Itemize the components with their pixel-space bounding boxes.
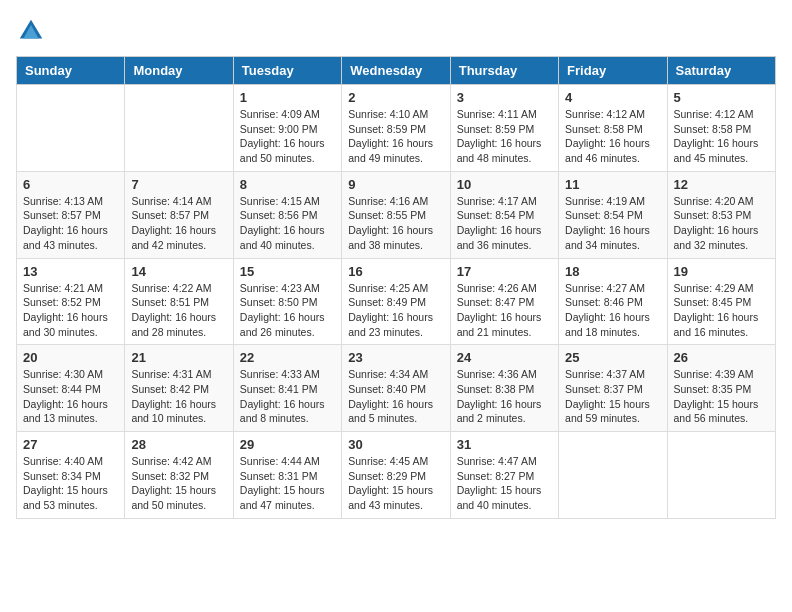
day-number: 18	[565, 264, 660, 279]
day-number: 30	[348, 437, 443, 452]
day-number: 26	[674, 350, 769, 365]
day-info: Sunrise: 4:45 AM Sunset: 8:29 PM Dayligh…	[348, 454, 443, 513]
day-number: 14	[131, 264, 226, 279]
calendar-cell: 4Sunrise: 4:12 AM Sunset: 8:58 PM Daylig…	[559, 85, 667, 172]
calendar-cell: 8Sunrise: 4:15 AM Sunset: 8:56 PM Daylig…	[233, 171, 341, 258]
calendar-cell: 2Sunrise: 4:10 AM Sunset: 8:59 PM Daylig…	[342, 85, 450, 172]
calendar-cell: 23Sunrise: 4:34 AM Sunset: 8:40 PM Dayli…	[342, 345, 450, 432]
day-info: Sunrise: 4:25 AM Sunset: 8:49 PM Dayligh…	[348, 281, 443, 340]
day-number: 10	[457, 177, 552, 192]
day-number: 13	[23, 264, 118, 279]
day-number: 2	[348, 90, 443, 105]
day-number: 21	[131, 350, 226, 365]
day-number: 1	[240, 90, 335, 105]
day-info: Sunrise: 4:13 AM Sunset: 8:57 PM Dayligh…	[23, 194, 118, 253]
calendar-cell	[667, 432, 775, 519]
day-info: Sunrise: 4:23 AM Sunset: 8:50 PM Dayligh…	[240, 281, 335, 340]
day-info: Sunrise: 4:09 AM Sunset: 9:00 PM Dayligh…	[240, 107, 335, 166]
day-info: Sunrise: 4:33 AM Sunset: 8:41 PM Dayligh…	[240, 367, 335, 426]
day-info: Sunrise: 4:12 AM Sunset: 8:58 PM Dayligh…	[674, 107, 769, 166]
day-info: Sunrise: 4:29 AM Sunset: 8:45 PM Dayligh…	[674, 281, 769, 340]
weekday-header-thursday: Thursday	[450, 57, 558, 85]
calendar-cell: 5Sunrise: 4:12 AM Sunset: 8:58 PM Daylig…	[667, 85, 775, 172]
weekday-header-monday: Monday	[125, 57, 233, 85]
day-info: Sunrise: 4:12 AM Sunset: 8:58 PM Dayligh…	[565, 107, 660, 166]
day-number: 5	[674, 90, 769, 105]
day-number: 15	[240, 264, 335, 279]
day-number: 12	[674, 177, 769, 192]
day-info: Sunrise: 4:22 AM Sunset: 8:51 PM Dayligh…	[131, 281, 226, 340]
day-info: Sunrise: 4:19 AM Sunset: 8:54 PM Dayligh…	[565, 194, 660, 253]
calendar-cell	[559, 432, 667, 519]
calendar-cell: 16Sunrise: 4:25 AM Sunset: 8:49 PM Dayli…	[342, 258, 450, 345]
calendar-cell: 11Sunrise: 4:19 AM Sunset: 8:54 PM Dayli…	[559, 171, 667, 258]
day-number: 8	[240, 177, 335, 192]
calendar-cell: 19Sunrise: 4:29 AM Sunset: 8:45 PM Dayli…	[667, 258, 775, 345]
day-number: 9	[348, 177, 443, 192]
day-info: Sunrise: 4:15 AM Sunset: 8:56 PM Dayligh…	[240, 194, 335, 253]
week-row-5: 27Sunrise: 4:40 AM Sunset: 8:34 PM Dayli…	[17, 432, 776, 519]
calendar-cell: 25Sunrise: 4:37 AM Sunset: 8:37 PM Dayli…	[559, 345, 667, 432]
day-info: Sunrise: 4:20 AM Sunset: 8:53 PM Dayligh…	[674, 194, 769, 253]
calendar-cell: 7Sunrise: 4:14 AM Sunset: 8:57 PM Daylig…	[125, 171, 233, 258]
calendar-cell: 18Sunrise: 4:27 AM Sunset: 8:46 PM Dayli…	[559, 258, 667, 345]
calendar-cell: 3Sunrise: 4:11 AM Sunset: 8:59 PM Daylig…	[450, 85, 558, 172]
calendar-cell: 12Sunrise: 4:20 AM Sunset: 8:53 PM Dayli…	[667, 171, 775, 258]
week-row-2: 6Sunrise: 4:13 AM Sunset: 8:57 PM Daylig…	[17, 171, 776, 258]
calendar-cell: 22Sunrise: 4:33 AM Sunset: 8:41 PM Dayli…	[233, 345, 341, 432]
day-info: Sunrise: 4:44 AM Sunset: 8:31 PM Dayligh…	[240, 454, 335, 513]
day-number: 22	[240, 350, 335, 365]
day-info: Sunrise: 4:36 AM Sunset: 8:38 PM Dayligh…	[457, 367, 552, 426]
day-info: Sunrise: 4:37 AM Sunset: 8:37 PM Dayligh…	[565, 367, 660, 426]
weekday-header-row: SundayMondayTuesdayWednesdayThursdayFrid…	[17, 57, 776, 85]
day-number: 4	[565, 90, 660, 105]
day-number: 24	[457, 350, 552, 365]
calendar-cell: 1Sunrise: 4:09 AM Sunset: 9:00 PM Daylig…	[233, 85, 341, 172]
calendar-cell: 29Sunrise: 4:44 AM Sunset: 8:31 PM Dayli…	[233, 432, 341, 519]
calendar-cell: 13Sunrise: 4:21 AM Sunset: 8:52 PM Dayli…	[17, 258, 125, 345]
day-info: Sunrise: 4:31 AM Sunset: 8:42 PM Dayligh…	[131, 367, 226, 426]
calendar-cell: 28Sunrise: 4:42 AM Sunset: 8:32 PM Dayli…	[125, 432, 233, 519]
weekday-header-sunday: Sunday	[17, 57, 125, 85]
day-info: Sunrise: 4:21 AM Sunset: 8:52 PM Dayligh…	[23, 281, 118, 340]
day-info: Sunrise: 4:26 AM Sunset: 8:47 PM Dayligh…	[457, 281, 552, 340]
calendar-cell	[125, 85, 233, 172]
calendar-table: SundayMondayTuesdayWednesdayThursdayFrid…	[16, 56, 776, 519]
day-info: Sunrise: 4:42 AM Sunset: 8:32 PM Dayligh…	[131, 454, 226, 513]
day-info: Sunrise: 4:34 AM Sunset: 8:40 PM Dayligh…	[348, 367, 443, 426]
day-number: 11	[565, 177, 660, 192]
day-info: Sunrise: 4:47 AM Sunset: 8:27 PM Dayligh…	[457, 454, 552, 513]
day-number: 7	[131, 177, 226, 192]
day-info: Sunrise: 4:39 AM Sunset: 8:35 PM Dayligh…	[674, 367, 769, 426]
weekday-header-friday: Friday	[559, 57, 667, 85]
weekday-header-saturday: Saturday	[667, 57, 775, 85]
day-info: Sunrise: 4:10 AM Sunset: 8:59 PM Dayligh…	[348, 107, 443, 166]
day-number: 27	[23, 437, 118, 452]
calendar-cell: 6Sunrise: 4:13 AM Sunset: 8:57 PM Daylig…	[17, 171, 125, 258]
calendar-cell: 17Sunrise: 4:26 AM Sunset: 8:47 PM Dayli…	[450, 258, 558, 345]
day-number: 20	[23, 350, 118, 365]
day-number: 25	[565, 350, 660, 365]
day-number: 6	[23, 177, 118, 192]
day-number: 17	[457, 264, 552, 279]
logo	[16, 16, 50, 46]
day-info: Sunrise: 4:14 AM Sunset: 8:57 PM Dayligh…	[131, 194, 226, 253]
day-number: 28	[131, 437, 226, 452]
calendar-cell: 21Sunrise: 4:31 AM Sunset: 8:42 PM Dayli…	[125, 345, 233, 432]
day-number: 29	[240, 437, 335, 452]
week-row-4: 20Sunrise: 4:30 AM Sunset: 8:44 PM Dayli…	[17, 345, 776, 432]
week-row-1: 1Sunrise: 4:09 AM Sunset: 9:00 PM Daylig…	[17, 85, 776, 172]
day-number: 16	[348, 264, 443, 279]
calendar-cell: 14Sunrise: 4:22 AM Sunset: 8:51 PM Dayli…	[125, 258, 233, 345]
day-number: 19	[674, 264, 769, 279]
calendar-cell: 9Sunrise: 4:16 AM Sunset: 8:55 PM Daylig…	[342, 171, 450, 258]
calendar-cell	[17, 85, 125, 172]
weekday-header-tuesday: Tuesday	[233, 57, 341, 85]
calendar-cell: 30Sunrise: 4:45 AM Sunset: 8:29 PM Dayli…	[342, 432, 450, 519]
calendar-cell: 26Sunrise: 4:39 AM Sunset: 8:35 PM Dayli…	[667, 345, 775, 432]
calendar-cell: 20Sunrise: 4:30 AM Sunset: 8:44 PM Dayli…	[17, 345, 125, 432]
calendar-cell: 24Sunrise: 4:36 AM Sunset: 8:38 PM Dayli…	[450, 345, 558, 432]
day-info: Sunrise: 4:27 AM Sunset: 8:46 PM Dayligh…	[565, 281, 660, 340]
day-info: Sunrise: 4:16 AM Sunset: 8:55 PM Dayligh…	[348, 194, 443, 253]
day-number: 23	[348, 350, 443, 365]
